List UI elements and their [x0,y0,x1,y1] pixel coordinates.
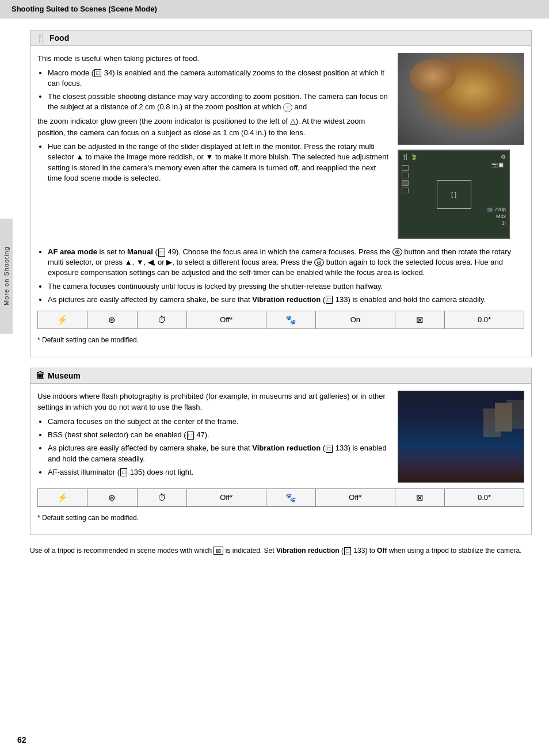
food-bullet-vibration: As pictures are easily affected by camer… [48,295,524,305]
museum-bullet-2: BSS (best shot selector) can be enabled … [48,430,389,440]
bottom-note-text3: (□ 133) to [341,547,377,555]
food-section: 🍴 Food This mode is useful when taking p… [30,30,532,357]
vibration-reduction-label-2: Vibration reduction [252,444,321,452]
museum-bullet-4: AF-assist illuminator (□ 135) does not l… [48,467,389,478]
bottom-note-text4: when using a tripod to stabilize the cam… [389,547,522,555]
museum-bullets: Camera focuses on the subject at the cen… [48,417,389,478]
lcd-quality-icon: M4x [496,213,506,219]
food-focus-cell: 🐾 [266,311,316,329]
food-exposure-cell: ⊠ [395,311,445,329]
museum-section: 🏛 Museum Use indoors where flash photogr… [30,368,532,535]
food-timer-value-cell: Off* [187,311,266,329]
museum-icon: 🏛 [36,371,44,380]
food-bullets-list-2: Hue can be adjusted in the range of the … [48,142,389,184]
ok-button-1: ⊛ [392,248,402,256]
lcd-sq2 [402,173,409,178]
ok-button-2: ⊛ [314,258,324,266]
lcd-settings-icon: ⚙ [501,154,506,160]
page-number: 62 [17,735,26,744]
food-focus-value: On [350,315,360,324]
side-label: More on Shooting [0,219,13,334]
tripod-icon: ⊠ [214,547,223,555]
museum-focus-value-cell: Off* [316,489,395,506]
lcd-center-frame: [ ] [437,180,471,209]
museum-image-area [398,391,524,483]
museum-settings-bar: ⚡ ⊛ ⏱ Off* 🐾 Off* ⊠ [37,488,524,507]
food-timer-cell: ⏱ [138,311,187,329]
food-title-text: Food [49,33,69,43]
header-title: Shooting Suited to Scenes (Scene Mode) [12,5,157,13]
lcd-video-icon: 📹 720p [486,207,506,212]
food-footnote: * Default setting can be modified. [37,335,524,345]
lcd-sq3 [402,180,409,186]
museum-scene-icon: ⊛ [108,492,116,503]
food-section-title: 🍴 Food [30,30,531,46]
museum-title-text: Museum [48,371,81,380]
museum-focus-value: Off* [349,493,361,502]
museum-timer-value: Off* [220,493,232,502]
lcd-left-squares [402,165,409,193]
food-exposure-value-cell: 0.0* [445,311,524,329]
food-section-content: This mode is useful when taking pictures… [30,46,531,357]
af-area-label: AF area mode [48,247,97,256]
scene-icon: ⊛ [108,315,116,325]
main-content: 🍴 Food This mode is useful when taking p… [13,18,549,571]
museum-timer-value-cell: Off* [187,489,266,506]
food-lcd-screen: 🍴 🍃 ⚙ 📷🔲 [398,150,510,239]
museum-intro: Use indoors where flash photography is p… [37,391,389,413]
manual-label: Manual [127,247,153,256]
vibration-label-bottom: Vibration reduction [276,547,340,555]
museum-text-area: Use indoors where flash photography is p… [37,391,389,483]
museum-timer-cell: ⏱ [138,489,187,506]
food-text-area: This mode is useful when taking pictures… [37,53,389,243]
museum-flash-cell: ⚡ [38,489,87,506]
food-intro: This mode is useful when taking pictures… [37,53,389,64]
museum-exposure-value: 0.0* [478,493,491,502]
food-image-area: 🍴 🍃 ⚙ 📷🔲 [398,53,524,243]
food-timer-value: Off* [220,315,232,324]
museum-layout: Use indoors where flash photography is p… [37,391,524,483]
food-exposure-value: 0.0* [478,315,491,324]
food-photo [398,53,524,145]
food-settings-bar: ⚡ ⊛ ⏱ Off* 🐾 On ⊠ [37,311,524,329]
lcd-sq4 [402,188,409,193]
museum-section-title: 🏛 Museum [30,368,531,384]
timer-icon: ⏱ [158,315,166,324]
museum-img-sim [398,391,524,482]
museum-timer-icon: ⏱ [158,492,166,502]
lcd-top-row: 🍴 🍃 ⚙ [402,154,506,160]
food-bullet-2: The closest possible shooting distance m… [48,91,389,112]
museum-focus-icon: 🐾 [285,492,296,503]
lcd-left-col [402,165,409,223]
museum-focus-cell: 🐾 [266,489,316,506]
bottom-note-text1: Use of a tripod is recommended in scene … [30,547,214,555]
food-layout: This mode is useful when taking pictures… [37,53,524,243]
food-bullet-hue: Hue can be adjusted in the range of the … [48,142,389,184]
food-para-zoom: the zoom indicator glow green (the zoom … [37,116,389,138]
museum-section-content: Use indoors where flash photography is p… [30,384,531,534]
page-header: Shooting Suited to Scenes (Scene Mode) [0,0,549,18]
food-bullets-list: Macro mode (□ 34) is enabled and the cam… [48,68,389,113]
vibration-reduction-label-1: Vibration reduction [252,295,321,304]
lcd-brackets: [ ] [451,191,456,198]
lcd-count: 3! [501,220,506,226]
museum-exposure-value-cell: 0.0* [445,489,524,506]
food-bullet-focus: The camera focuses continuously until fo… [48,281,524,292]
lcd-food-icon: 🍴 🍃 [402,154,417,160]
bottom-note-text2: is indicated. Set [226,547,276,555]
museum-exposure-icon: ⊠ [416,492,424,503]
food-icon: 🍴 [36,33,46,43]
focus-icon: 🐾 [285,315,296,325]
flash-icon: ⚡ [57,315,68,325]
food-bullet-1: Macro mode (□ 34) is enabled and the cam… [48,68,389,89]
museum-flash-icon: ⚡ [57,492,68,503]
museum-bullet-3: As pictures are easily affected by camer… [48,443,389,464]
off-label-bottom: Off [377,547,387,555]
food-flash-cell: ⚡ [38,311,87,329]
exposure-icon: ⊠ [416,315,424,325]
museum-exposure-cell: ⊠ [395,489,445,506]
food-scene-cell: ⊛ [87,311,137,329]
food-img-sim [398,54,524,144]
lcd-top-right: 📷🔲 [491,162,504,168]
food-bullets-af: AF area mode is set to Manual (□ 49). Ch… [48,247,524,305]
